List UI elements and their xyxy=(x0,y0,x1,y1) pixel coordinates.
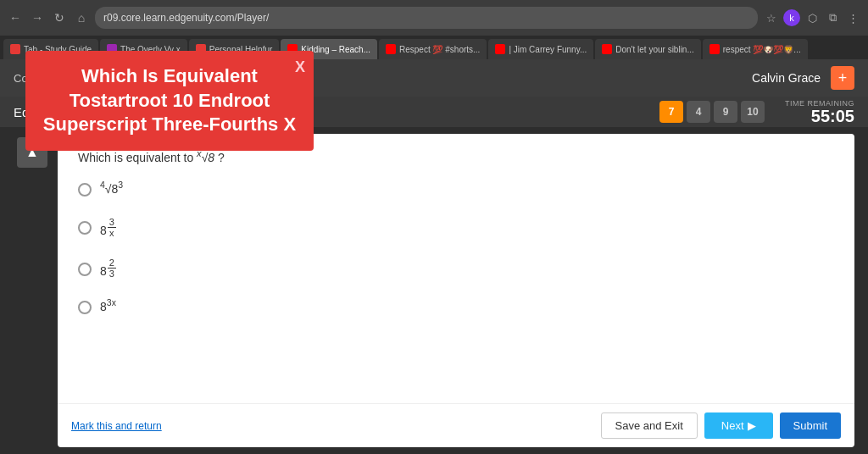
question-panel: Which is equivalent to x√8 ? 4√83 83x xyxy=(58,134,854,447)
red-overlay-tooltip: X Which Is Equivalent Tostartroot 10 End… xyxy=(25,51,314,151)
tab-7-favicon xyxy=(602,44,612,54)
back-button[interactable]: ← xyxy=(7,9,24,26)
option-a[interactable]: 4√83 xyxy=(78,181,834,198)
extension-k-button[interactable]: k xyxy=(783,9,800,26)
option-c-math: 823 xyxy=(100,257,117,280)
forward-button[interactable]: → xyxy=(29,9,46,26)
mark-return-button[interactable]: Mark this and return xyxy=(71,420,162,432)
tab-7[interactable]: Don't let your siblin... xyxy=(595,39,701,59)
tab-6[interactable]: | Jim Carrey Funny... xyxy=(488,39,593,59)
menu-button[interactable]: ⋮ xyxy=(844,9,861,26)
q-num-4[interactable]: 4 xyxy=(687,101,710,123)
option-b-math: 83x xyxy=(100,217,117,240)
window-button[interactable]: ⧉ xyxy=(824,9,841,26)
timer-value: 55:05 xyxy=(785,108,854,125)
q-num-7[interactable]: 7 xyxy=(659,101,683,123)
next-button[interactable]: Next ▶ xyxy=(704,412,773,439)
option-a-radio[interactable] xyxy=(78,183,92,197)
tab-8-favicon xyxy=(709,44,720,54)
bookmark-button[interactable]: ☆ xyxy=(763,9,780,26)
question-footer: Mark this and return Save and Exit Next … xyxy=(58,403,854,447)
timer-section: TIME REMAINING 55:05 xyxy=(785,99,854,125)
tab-5-favicon xyxy=(386,44,396,54)
header-right: Calvin Grace + xyxy=(752,66,854,90)
left-sidebar: ▲ xyxy=(14,134,51,447)
address-text: r09.core.learn.edgenuity.com/Player/ xyxy=(103,12,269,24)
tab-8[interactable]: respect 💯🐶💯🦁... xyxy=(703,39,808,59)
option-d-math: 83x xyxy=(100,299,116,316)
user-name: Calvin Grace xyxy=(752,71,821,85)
q-num-9[interactable]: 9 xyxy=(714,101,737,123)
tab-6-favicon xyxy=(495,44,505,54)
math-expression: x√8 xyxy=(197,151,214,164)
close-overlay-button[interactable]: X xyxy=(295,58,305,77)
add-button[interactable]: + xyxy=(831,66,854,90)
tab-5[interactable]: Respect 💯 #shorts... xyxy=(379,39,487,59)
puzzle-button[interactable]: ⬡ xyxy=(804,9,821,26)
option-d[interactable]: 83x xyxy=(78,299,834,316)
tab-1-favicon xyxy=(10,44,20,54)
submit-button[interactable]: Submit xyxy=(780,412,841,439)
option-b[interactable]: 83x xyxy=(78,217,834,240)
question-nav: 7 4 9 10 xyxy=(659,101,765,123)
option-a-math: 4√83 xyxy=(100,181,123,198)
overlay-text: Which Is Equivalent Tostartroot 10 Endro… xyxy=(43,65,296,135)
browser-actions: ☆ k ⬡ ⧉ ⋮ xyxy=(763,9,861,26)
option-b-radio[interactable] xyxy=(78,221,92,235)
main-content: ▲ Which is equivalent to x√8 ? 4√83 xyxy=(0,127,868,454)
question-content: Which is equivalent to x√8 ? 4√83 83x xyxy=(58,134,854,403)
browser-chrome: ← → ↻ ⌂ r09.core.learn.edgenuity.com/Pla… xyxy=(0,0,868,36)
address-bar[interactable]: r09.core.learn.edgenuity.com/Player/ xyxy=(95,7,758,29)
option-d-radio[interactable] xyxy=(78,301,92,314)
q-num-10[interactable]: 10 xyxy=(741,101,765,123)
refresh-button[interactable]: ↻ xyxy=(51,9,68,26)
home-button[interactable]: ⌂ xyxy=(73,9,90,26)
option-c[interactable]: 823 xyxy=(78,257,834,280)
footer-buttons: Save and Exit Next ▶ Submit xyxy=(601,412,841,439)
question-text: Which is equivalent to x√8 ? xyxy=(78,151,834,164)
option-c-radio[interactable] xyxy=(78,263,92,276)
save-exit-button[interactable]: Save and Exit xyxy=(601,412,698,439)
